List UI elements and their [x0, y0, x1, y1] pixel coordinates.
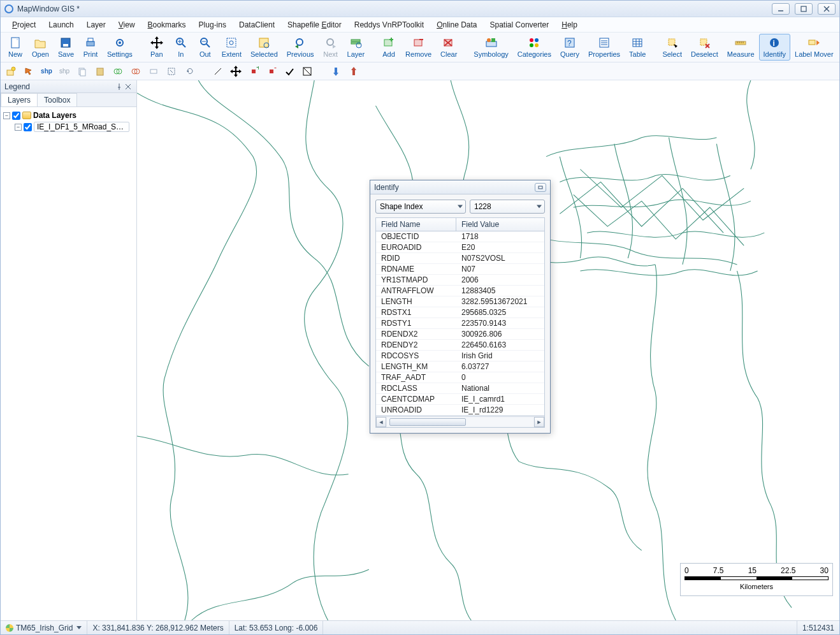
- edit-line-icon[interactable]: [210, 64, 226, 79]
- tool-identify[interactable]: iIdentify: [759, 34, 790, 61]
- identify-row[interactable]: RDCOSYSIrish Grid: [376, 351, 544, 361]
- tool-measure[interactable]: Measure: [723, 34, 759, 61]
- tool-symbology[interactable]: Symbology: [469, 34, 512, 61]
- tree-toggle[interactable]: −: [15, 124, 22, 131]
- identify-hscroll[interactable]: ◄ ►: [376, 416, 544, 427]
- tab-toolbox[interactable]: Toolbox: [37, 93, 77, 106]
- tool-add[interactable]: Add: [377, 34, 401, 61]
- menu-plug-ins[interactable]: Plug-ins: [192, 18, 233, 31]
- menu-online-data[interactable]: Online Data: [430, 18, 483, 31]
- move-up-icon[interactable]: [346, 64, 361, 79]
- pin-icon[interactable]: [115, 82, 124, 91]
- resize-icon[interactable]: [164, 64, 179, 79]
- paste-icon[interactable]: [92, 64, 108, 79]
- menu-launch[interactable]: Launch: [42, 18, 80, 31]
- identify-row[interactable]: EUROADIDE20: [376, 242, 544, 253]
- check-icon[interactable]: [282, 64, 297, 79]
- tool-properties[interactable]: Properties: [584, 34, 625, 61]
- identify-row[interactable]: YR1STMAPD2006: [376, 275, 544, 286]
- maximize-button[interactable]: [795, 3, 813, 15]
- menu-reddys-vnrptoolkit[interactable]: Reddys VnRPToolkit: [348, 18, 430, 31]
- tool-table[interactable]: Table: [625, 34, 650, 61]
- snap-icon[interactable]: [300, 64, 315, 79]
- identify-row[interactable]: LENGTH_KM6.03727: [376, 361, 544, 372]
- tool-categories[interactable]: Categories: [513, 34, 556, 61]
- map-canvas[interactable]: Identify Shape Index 1228: [137, 80, 839, 620]
- menu-bookmarks[interactable]: Bookmarks: [141, 18, 192, 31]
- identify-field-combo[interactable]: Shape Index: [375, 200, 466, 214]
- identify-row[interactable]: RDCLASSNational: [376, 383, 544, 394]
- rotate-icon[interactable]: [182, 64, 197, 79]
- field-value: IE_I_camrd1: [456, 394, 544, 404]
- menu-project[interactable]: Project: [6, 18, 42, 31]
- identify-index-combo[interactable]: 1228: [470, 200, 545, 214]
- copy-icon[interactable]: [75, 64, 90, 79]
- scroll-thumb[interactable]: [389, 418, 466, 426]
- tool-previous[interactable]: Previous: [282, 34, 319, 61]
- identify-close-button[interactable]: [535, 183, 546, 192]
- tool-clear[interactable]: Clear: [436, 34, 461, 61]
- projection-cell[interactable]: TM65_Irish_Grid: [1, 621, 87, 634]
- move-down-icon[interactable]: [328, 64, 344, 79]
- shp-label2-icon[interactable]: shp: [57, 64, 72, 79]
- tool-open[interactable]: Open: [27, 34, 54, 61]
- menu-view[interactable]: View: [112, 18, 141, 31]
- shp-select-icon[interactable]: [21, 64, 36, 79]
- identify-row[interactable]: OBJECTID1718: [376, 231, 544, 242]
- remove-vertex-icon[interactable]: -: [264, 64, 279, 79]
- minimize-button[interactable]: [772, 3, 790, 15]
- tool-print[interactable]: Print: [78, 34, 103, 61]
- close-button[interactable]: [818, 3, 836, 15]
- identify-row[interactable]: RDSTY1223570.9143: [376, 318, 544, 329]
- scroll-left-button[interactable]: ◄: [376, 417, 386, 427]
- identify-row[interactable]: RDENDY2226450.6163: [376, 340, 544, 351]
- tool-in[interactable]: In: [169, 34, 193, 61]
- identify-col-value[interactable]: Field Value: [456, 218, 544, 231]
- identify-row[interactable]: TRAF_AADT0: [376, 372, 544, 383]
- layer-label[interactable]: IE_I_DF1_5_MRoad_Sourc: [34, 122, 129, 132]
- tool-out[interactable]: Out: [193, 34, 217, 61]
- identify-col-field[interactable]: Field Name: [376, 218, 456, 231]
- shp-label-icon[interactable]: shp: [39, 64, 54, 79]
- menu-spatial-converter[interactable]: Spatial Converter: [484, 18, 556, 31]
- merge-green-icon[interactable]: [110, 64, 126, 79]
- tool-new[interactable]: New: [3, 34, 27, 61]
- identify-row[interactable]: ANTRAFFLOW12883405: [376, 286, 544, 296]
- identify-row[interactable]: RDIDN07S2VOSL: [376, 253, 544, 264]
- tool-extent[interactable]: Extent: [217, 34, 246, 61]
- erase-icon[interactable]: [146, 64, 161, 79]
- identify-row[interactable]: UNROADIDIE_I_rd1229: [376, 405, 544, 416]
- scroll-right-button[interactable]: ►: [534, 417, 544, 427]
- tool-selected[interactable]: Selected: [246, 34, 282, 61]
- scale-ratio-cell[interactable]: 1:512431: [797, 621, 839, 634]
- merge-red-icon[interactable]: [128, 64, 143, 79]
- tool-label-mover[interactable]: Label Mover: [790, 34, 838, 61]
- identify-row[interactable]: RDENDX2300926.806: [376, 329, 544, 340]
- tool-layer[interactable]: Layer: [343, 34, 370, 61]
- tool-pan[interactable]: Pan: [145, 34, 169, 61]
- group-checkbox[interactable]: [12, 112, 20, 120]
- identify-row[interactable]: LENGTH3282.59513672021: [376, 296, 544, 307]
- identify-row[interactable]: RDSTX1295685.0325: [376, 307, 544, 318]
- tool-query[interactable]: ?Query: [556, 34, 584, 61]
- tool-save[interactable]: Save: [54, 34, 78, 61]
- tool-deselect[interactable]: Deselect: [686, 34, 723, 61]
- add-vertex-icon[interactable]: +: [246, 64, 261, 79]
- tool-next[interactable]: Next: [319, 34, 343, 61]
- menu-layer[interactable]: Layer: [80, 18, 112, 31]
- tool-settings[interactable]: Settings: [103, 34, 137, 61]
- identify-row[interactable]: CAENTCDMAPIE_I_camrd1: [376, 394, 544, 405]
- tool-remove[interactable]: Remove: [401, 34, 436, 61]
- shp-create-icon[interactable]: [3, 64, 18, 79]
- identify-row[interactable]: RDNAMEN07: [376, 264, 544, 275]
- identify-window[interactable]: Identify Shape Index 1228: [370, 180, 551, 434]
- close-panel-icon[interactable]: [124, 82, 133, 91]
- menu-shapefile-editor[interactable]: Shapefile Editor: [281, 18, 348, 31]
- tool-select[interactable]: Select: [658, 34, 686, 61]
- move-shape-icon[interactable]: [228, 64, 243, 79]
- tree-toggle[interactable]: −: [3, 112, 10, 119]
- menu-help[interactable]: Help: [555, 18, 584, 31]
- tab-layers[interactable]: Layers: [1, 93, 38, 106]
- layer-checkbox[interactable]: [24, 123, 32, 131]
- menu-dataclient[interactable]: DataClient: [233, 18, 281, 31]
